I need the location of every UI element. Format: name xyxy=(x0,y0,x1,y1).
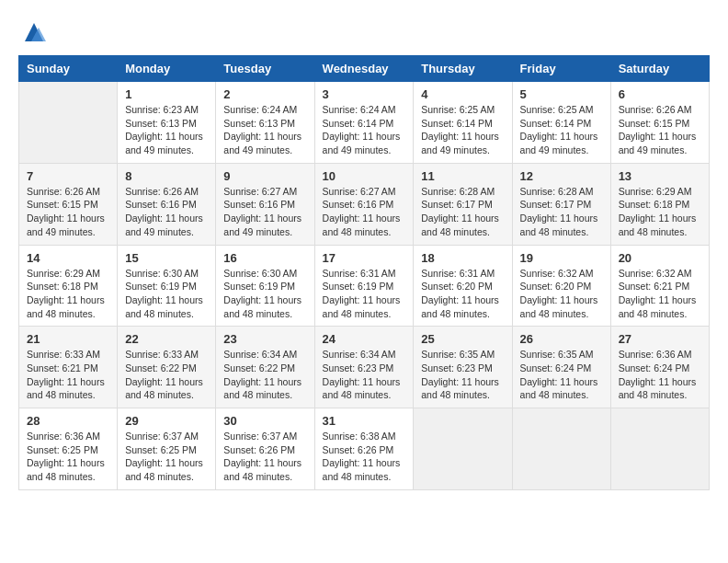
calendar-table: SundayMondayTuesdayWednesdayThursdayFrid… xyxy=(18,55,710,490)
calendar-cell: 21Sunrise: 6:33 AMSunset: 6:21 PMDayligh… xyxy=(19,327,118,408)
calendar-cell: 5Sunrise: 6:25 AMSunset: 6:14 PMDaylight… xyxy=(512,82,610,164)
calendar-week-row: 1Sunrise: 6:23 AMSunset: 6:13 PMDaylight… xyxy=(19,82,710,164)
calendar-cell xyxy=(610,408,709,490)
day-number: 5 xyxy=(520,87,603,101)
day-info: Sunrise: 6:35 AMSunset: 6:24 PMDaylight:… xyxy=(520,348,603,402)
weekday-header: Thursday xyxy=(414,56,512,82)
day-number: 14 xyxy=(27,251,109,265)
day-info: Sunrise: 6:31 AMSunset: 6:20 PMDaylight:… xyxy=(421,267,504,321)
weekday-header: Wednesday xyxy=(314,56,414,82)
day-number: 2 xyxy=(223,87,306,101)
day-number: 17 xyxy=(323,251,406,265)
day-info: Sunrise: 6:34 AMSunset: 6:22 PMDaylight:… xyxy=(223,348,306,402)
calendar-cell: 8Sunrise: 6:26 AMSunset: 6:16 PMDaylight… xyxy=(118,163,216,245)
day-number: 29 xyxy=(125,414,208,428)
calendar-cell: 4Sunrise: 6:25 AMSunset: 6:14 PMDaylight… xyxy=(414,82,512,164)
day-info: Sunrise: 6:27 AMSunset: 6:16 PMDaylight:… xyxy=(223,185,306,239)
calendar-cell: 26Sunrise: 6:35 AMSunset: 6:24 PMDayligh… xyxy=(512,327,610,408)
day-info: Sunrise: 6:26 AMSunset: 6:16 PMDaylight:… xyxy=(125,185,208,239)
day-info: Sunrise: 6:25 AMSunset: 6:14 PMDaylight:… xyxy=(421,103,504,157)
weekday-header: Friday xyxy=(512,56,610,82)
calendar-cell: 14Sunrise: 6:29 AMSunset: 6:18 PMDayligh… xyxy=(19,245,118,327)
calendar-cell: 10Sunrise: 6:27 AMSunset: 6:16 PMDayligh… xyxy=(314,163,414,245)
calendar-cell: 30Sunrise: 6:37 AMSunset: 6:26 PMDayligh… xyxy=(216,408,314,490)
day-number: 7 xyxy=(27,169,109,183)
day-number: 13 xyxy=(619,169,701,183)
day-number: 18 xyxy=(421,251,504,265)
calendar-cell xyxy=(19,82,118,164)
day-number: 23 xyxy=(223,332,306,346)
day-number: 15 xyxy=(125,251,208,265)
day-info: Sunrise: 6:26 AMSunset: 6:15 PMDaylight:… xyxy=(27,185,109,239)
calendar-cell: 22Sunrise: 6:33 AMSunset: 6:22 PMDayligh… xyxy=(118,327,216,408)
day-number: 8 xyxy=(125,169,208,183)
day-info: Sunrise: 6:27 AMSunset: 6:16 PMDaylight:… xyxy=(323,185,406,239)
day-info: Sunrise: 6:38 AMSunset: 6:26 PMDaylight:… xyxy=(323,430,406,484)
day-number: 3 xyxy=(323,87,406,101)
day-number: 30 xyxy=(223,414,306,428)
day-number: 21 xyxy=(27,332,109,346)
calendar-cell: 1Sunrise: 6:23 AMSunset: 6:13 PMDaylight… xyxy=(118,82,216,164)
day-info: Sunrise: 6:32 AMSunset: 6:21 PMDaylight:… xyxy=(619,267,701,321)
day-number: 11 xyxy=(421,169,504,183)
calendar-cell: 20Sunrise: 6:32 AMSunset: 6:21 PMDayligh… xyxy=(610,245,709,327)
page-header xyxy=(18,18,710,46)
day-info: Sunrise: 6:30 AMSunset: 6:19 PMDaylight:… xyxy=(125,267,208,321)
day-number: 1 xyxy=(125,87,208,101)
calendar-week-row: 21Sunrise: 6:33 AMSunset: 6:21 PMDayligh… xyxy=(19,327,710,408)
weekday-header: Sunday xyxy=(19,56,118,82)
calendar-cell: 18Sunrise: 6:31 AMSunset: 6:20 PMDayligh… xyxy=(414,245,512,327)
day-info: Sunrise: 6:28 AMSunset: 6:17 PMDaylight:… xyxy=(421,185,504,239)
calendar-week-row: 28Sunrise: 6:36 AMSunset: 6:25 PMDayligh… xyxy=(19,408,710,490)
day-info: Sunrise: 6:30 AMSunset: 6:19 PMDaylight:… xyxy=(223,267,306,321)
day-info: Sunrise: 6:24 AMSunset: 6:14 PMDaylight:… xyxy=(323,103,406,157)
day-number: 25 xyxy=(421,332,504,346)
calendar-cell: 11Sunrise: 6:28 AMSunset: 6:17 PMDayligh… xyxy=(414,163,512,245)
calendar-cell xyxy=(414,408,512,490)
calendar-cell: 16Sunrise: 6:30 AMSunset: 6:19 PMDayligh… xyxy=(216,245,314,327)
calendar-cell: 19Sunrise: 6:32 AMSunset: 6:20 PMDayligh… xyxy=(512,245,610,327)
day-number: 9 xyxy=(223,169,306,183)
day-info: Sunrise: 6:29 AMSunset: 6:18 PMDaylight:… xyxy=(619,185,701,239)
day-info: Sunrise: 6:31 AMSunset: 6:19 PMDaylight:… xyxy=(323,267,406,321)
day-number: 20 xyxy=(619,251,701,265)
calendar-cell: 15Sunrise: 6:30 AMSunset: 6:19 PMDayligh… xyxy=(118,245,216,327)
day-number: 22 xyxy=(125,332,208,346)
calendar-cell: 13Sunrise: 6:29 AMSunset: 6:18 PMDayligh… xyxy=(610,163,709,245)
calendar-cell: 6Sunrise: 6:26 AMSunset: 6:15 PMDaylight… xyxy=(610,82,709,164)
day-number: 19 xyxy=(520,251,603,265)
calendar-cell: 28Sunrise: 6:36 AMSunset: 6:25 PMDayligh… xyxy=(19,408,118,490)
day-info: Sunrise: 6:26 AMSunset: 6:15 PMDaylight:… xyxy=(619,103,701,157)
calendar-cell: 2Sunrise: 6:24 AMSunset: 6:13 PMDaylight… xyxy=(216,82,314,164)
day-info: Sunrise: 6:23 AMSunset: 6:13 PMDaylight:… xyxy=(125,103,208,157)
calendar-cell: 17Sunrise: 6:31 AMSunset: 6:19 PMDayligh… xyxy=(314,245,414,327)
day-number: 4 xyxy=(421,87,504,101)
calendar-week-row: 14Sunrise: 6:29 AMSunset: 6:18 PMDayligh… xyxy=(19,245,710,327)
day-info: Sunrise: 6:29 AMSunset: 6:18 PMDaylight:… xyxy=(27,267,109,321)
day-info: Sunrise: 6:32 AMSunset: 6:20 PMDaylight:… xyxy=(520,267,603,321)
weekday-header: Saturday xyxy=(610,56,709,82)
day-info: Sunrise: 6:24 AMSunset: 6:13 PMDaylight:… xyxy=(223,103,306,157)
weekday-header: Monday xyxy=(118,56,216,82)
day-info: Sunrise: 6:33 AMSunset: 6:22 PMDaylight:… xyxy=(125,348,208,402)
calendar-cell: 31Sunrise: 6:38 AMSunset: 6:26 PMDayligh… xyxy=(314,408,414,490)
calendar-cell: 12Sunrise: 6:28 AMSunset: 6:17 PMDayligh… xyxy=(512,163,610,245)
calendar-cell: 24Sunrise: 6:34 AMSunset: 6:23 PMDayligh… xyxy=(314,327,414,408)
day-number: 24 xyxy=(323,332,406,346)
calendar-cell: 25Sunrise: 6:35 AMSunset: 6:23 PMDayligh… xyxy=(414,327,512,408)
day-number: 26 xyxy=(520,332,603,346)
day-info: Sunrise: 6:35 AMSunset: 6:23 PMDaylight:… xyxy=(421,348,504,402)
calendar-cell: 27Sunrise: 6:36 AMSunset: 6:24 PMDayligh… xyxy=(610,327,709,408)
day-number: 16 xyxy=(223,251,306,265)
day-number: 27 xyxy=(619,332,701,346)
day-info: Sunrise: 6:33 AMSunset: 6:21 PMDaylight:… xyxy=(27,348,109,402)
day-number: 10 xyxy=(323,169,406,183)
day-number: 28 xyxy=(27,414,109,428)
logo xyxy=(18,18,48,46)
day-info: Sunrise: 6:28 AMSunset: 6:17 PMDaylight:… xyxy=(520,185,603,239)
calendar-week-row: 7Sunrise: 6:26 AMSunset: 6:15 PMDaylight… xyxy=(19,163,710,245)
day-info: Sunrise: 6:37 AMSunset: 6:26 PMDaylight:… xyxy=(223,430,306,484)
calendar-cell: 7Sunrise: 6:26 AMSunset: 6:15 PMDaylight… xyxy=(19,163,118,245)
calendar-cell xyxy=(512,408,610,490)
weekday-header: Tuesday xyxy=(216,56,314,82)
